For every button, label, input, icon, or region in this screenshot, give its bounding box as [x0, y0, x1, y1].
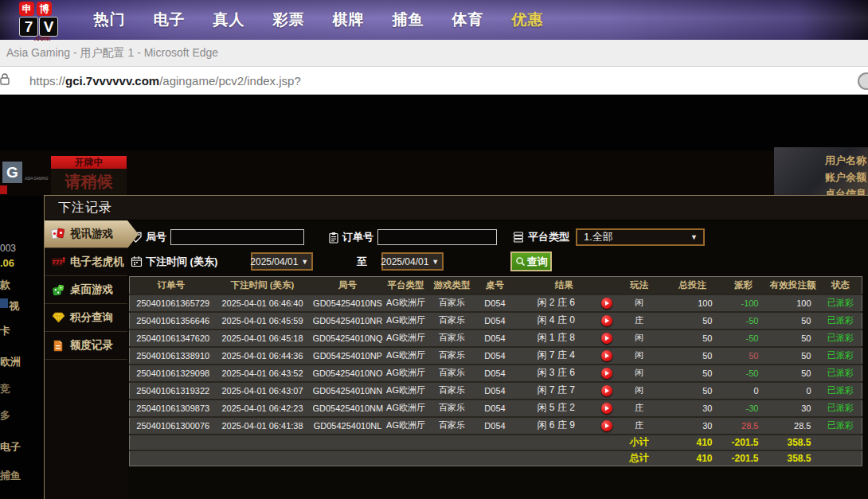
sidebar-item-points-query[interactable]: 积分查询	[45, 304, 127, 332]
cell-platform: AG欧洲厅	[383, 347, 429, 365]
cell-game-type: 百家乐	[429, 294, 475, 312]
calendar-icon	[131, 255, 143, 267]
sidebar-item-label: 桌面游戏	[70, 283, 113, 297]
cell-status: 已派彩	[819, 329, 862, 347]
sidebar-item-label: 视讯游戏	[70, 227, 113, 241]
logo-badge-bo: 博	[37, 2, 52, 16]
col-header-valid-bet: 有效投注额	[767, 277, 819, 294]
cell-table-id: D054	[475, 312, 515, 329]
replay-video-icon[interactable]	[601, 385, 612, 396]
cell-payout: 28.5	[721, 417, 767, 435]
cell-game-type: 百家乐	[429, 347, 475, 365]
replay-video-icon[interactable]	[601, 298, 612, 309]
bet-records-table: 订单号 下注时间 (美东) 局号 平台类型 游戏类型 桌号 结果 玩法 总投注 …	[129, 276, 862, 466]
result-text: 闲 3 庄 6	[515, 366, 601, 380]
url-text[interactable]: https://gci.7vvvvvv.com/agingame/pcv2/in…	[29, 74, 301, 88]
cell-round-id: GD054254010NO	[313, 365, 383, 382]
logo-suffix: .com	[19, 37, 65, 41]
cell-payout: -50	[721, 329, 767, 347]
site-menu: 热门 电子 真人 彩票 棋牌 捕鱼 体育 优惠	[80, 0, 557, 40]
lock-icon[interactable]	[0, 72, 12, 89]
grand-total-valid-bet: 358.5	[767, 450, 819, 466]
cell-valid-bet: 30	[767, 400, 819, 417]
cell-platform: AG欧洲厅	[383, 417, 429, 435]
platform-select[interactable]: 1.全部 ▼	[576, 228, 705, 246]
replay-video-icon[interactable]	[601, 350, 612, 361]
nav-item-cards[interactable]: 棋牌	[319, 10, 378, 30]
cell-result: 闲 1 庄 8	[515, 329, 614, 347]
search-button[interactable]: 查询	[510, 251, 552, 271]
cell-platform: AG欧洲厅	[383, 294, 429, 312]
nav-item-hot[interactable]: 热门	[80, 10, 139, 30]
replay-video-icon[interactable]	[601, 368, 612, 379]
date-from-select[interactable]: 2025/04/01 ▼	[251, 252, 313, 271]
video-scene	[0, 150, 868, 196]
result-text: 闲 7 庄 7	[515, 384, 601, 397]
bg-fragment: 款	[0, 278, 10, 292]
cell-table-id: D054	[475, 400, 515, 417]
replay-video-icon[interactable]	[601, 315, 612, 326]
nav-item-sports[interactable]: 体育	[438, 10, 498, 30]
gem-icon	[51, 311, 65, 324]
replay-video-icon[interactable]	[601, 403, 612, 414]
cell-valid-bet: 100	[767, 294, 819, 312]
cell-platform: AG欧洲厅	[383, 400, 429, 417]
sidebar-item-quota-records[interactable]: 额度记录	[45, 332, 127, 360]
cell-total-bet: 30	[665, 400, 721, 417]
nav-item-fishing[interactable]: 捕鱼	[378, 10, 438, 30]
cell-payout: 50	[721, 347, 767, 365]
result-text: 闲 7 庄 4	[515, 349, 601, 362]
cell-valid-bet: 50	[767, 312, 819, 329]
bg-fragment-icon	[0, 298, 8, 308]
cell-order-id: 250401061329098	[130, 365, 213, 382]
date-to-select[interactable]: 2025/04/01 ▼	[381, 252, 444, 271]
sidebar-item-live-games[interactable]: 视讯游戏	[45, 220, 139, 248]
cards-icon	[51, 228, 65, 240]
round-input[interactable]	[170, 229, 304, 245]
cell-platform: AG欧洲厅	[383, 329, 429, 347]
to-label: 至	[342, 255, 381, 269]
cell-table-id: D054	[475, 382, 515, 400]
replay-video-icon[interactable]	[601, 333, 612, 344]
order-input[interactable]	[377, 229, 497, 245]
subtotal-row: 小计 410 -201.5 358.5	[130, 435, 862, 450]
url-path: /agingame/pcv2/index.jsp?	[159, 74, 301, 88]
cell-bet-time: 2025-04-01 06:46:40	[213, 294, 313, 312]
nav-item-slots[interactable]: 电子	[139, 10, 199, 30]
table-row: 250401061356646 2025-04-01 06:45:59 GD05…	[130, 312, 862, 329]
cell-game-type: 百家乐	[429, 382, 475, 400]
window-title: Asia Gaming - 用户配置 1 - Microsoft Edge	[6, 46, 218, 60]
nav-item-live[interactable]: 真人	[199, 10, 259, 30]
sidebar-item-table-games[interactable]: 桌面游戏	[45, 276, 127, 304]
sidebar-item-slots[interactable]: 777 电子老虎机	[45, 248, 127, 276]
col-header-platform: 平台类型	[383, 277, 429, 294]
platform-filter-label: 平台类型	[528, 230, 569, 244]
cell-order-id: 250401061300076	[130, 417, 213, 435]
subtotal-valid-bet: 358.5	[767, 435, 819, 450]
cell-play: 庄	[614, 312, 665, 329]
panel-title-bar: 下注记录	[45, 196, 868, 220]
replay-video-icon[interactable]	[601, 420, 612, 431]
cell-platform: AG欧洲厅	[383, 312, 429, 329]
dice-icon	[51, 283, 65, 296]
nav-item-promo[interactable]: 优惠	[498, 10, 557, 30]
cell-bet-time: 2025-04-01 06:45:59	[213, 312, 313, 329]
result-text: 闲 4 庄 0	[515, 314, 601, 327]
cell-table-id: D054	[475, 417, 515, 435]
col-header-game-type: 游戏类型	[429, 277, 475, 294]
cell-status: 已派彩	[819, 347, 862, 365]
profile-icon[interactable]	[858, 72, 868, 90]
sidebar-item-label: 电子老虎机	[70, 255, 124, 269]
sidebar-item-label: 积分查询	[70, 310, 113, 325]
order-filter-label: 订单号	[342, 230, 373, 244]
cell-bet-time: 2025-04-01 06:45:18	[213, 329, 313, 347]
url-bar[interactable]: https://gci.7vvvvvv.com/agingame/pcv2/in…	[0, 67, 868, 95]
cell-result: 闲 5 庄 2	[515, 400, 614, 417]
date-to-value: 2025/04/01	[381, 256, 428, 267]
result-text: 闲 5 庄 2	[515, 401, 601, 415]
nav-item-lottery[interactable]: 彩票	[259, 10, 319, 30]
table-row: 250401061319322 2025-04-01 06:43:07 GD05…	[130, 382, 862, 400]
col-header-result: 结果	[515, 277, 614, 294]
platform-list-icon	[513, 232, 525, 243]
site-logo[interactable]: 申 博 7 V .com	[19, 2, 65, 40]
